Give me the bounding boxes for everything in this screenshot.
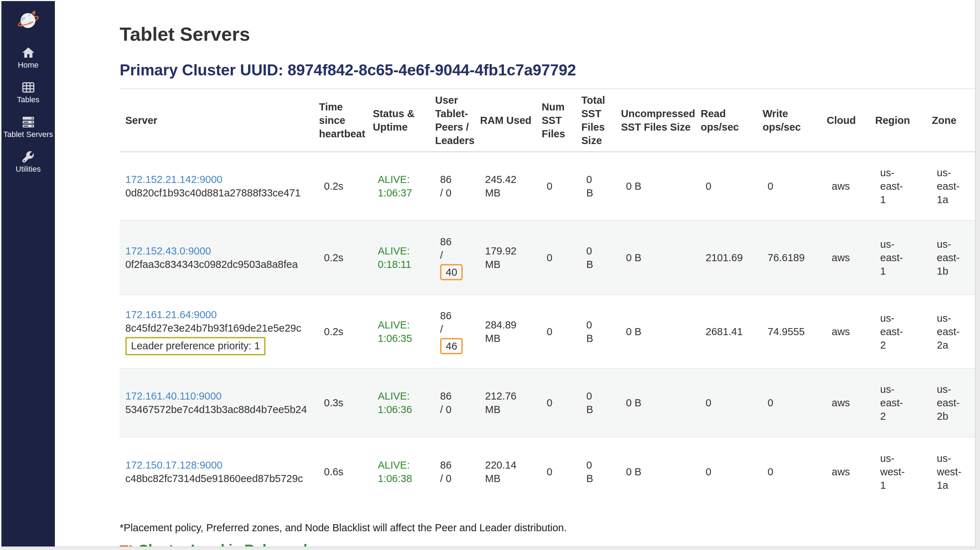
region-cell: us-west-1 [870,437,927,506]
server-uuid: 0f2faa3c834343c0982dc9503a8a8fea [125,258,309,271]
sidebar-nav: HomeTablesTablet ServersUtilities [2,46,55,174]
cloud-cell: aws [822,294,870,369]
yugabyte-logo-icon[interactable] [18,10,39,32]
read-ops-cell: 0 [696,152,758,221]
peer-count: 86 [440,389,470,403]
sidebar-item-home[interactable]: Home [2,46,55,70]
sidebar-item-utilities[interactable]: Utilities [2,150,55,174]
status-alive: ALIVE: [378,389,425,403]
zone-cell: us-east-1b [927,221,975,294]
peers-cell: 86/ 0 [430,437,475,506]
uptime: 0:18:11 [378,258,425,271]
server-link[interactable]: 172.161.40.110:9000 [125,390,222,402]
server-uuid: 53467572be7c4d13b3ac88d4b7ee5b24 [125,403,309,416]
peers-cell: 86/46 [430,294,475,369]
server-cell: 172.152.43.0:90000f2faa3c834343c0982dc95… [120,221,314,294]
num-sst-cell: 0 [537,294,576,369]
utilities-icon [21,150,35,164]
column-header: Region [870,89,927,152]
status-alive: ALIVE: [378,244,425,258]
sidebar-item-tables[interactable]: Tables [2,80,55,104]
status-cell: ALIVE:1:06:35 [368,294,430,369]
zone-cell: us-east-2a [927,294,975,369]
server-link[interactable]: 172.152.43.0:9000 [125,245,211,257]
peer-count: 86 [440,458,470,472]
ram-cell: 179.92MB [475,221,537,294]
leaders-highlight-box: 46 [440,338,463,354]
total-sst-cell: 0B [576,369,616,437]
leader-preference-badge: Leader preference priority: 1 [125,337,266,355]
cloud-cell: aws [822,369,870,437]
main-content: Tablet Servers Primary Cluster UUID: 897… [55,0,975,547]
num-sst-cell: 0 [537,152,576,221]
sidebar-item-label: Tables [2,95,55,104]
server-uuid: c48bc82fc7314d5e91860eed87b5729c [125,472,309,485]
column-header: Num SST Files [537,89,576,152]
zone-cell: us-east-2b [927,369,975,437]
read-ops-cell: 0 [696,369,758,437]
table-row: 172.152.21.142:90000d820cf1b93c40d881a27… [120,152,975,221]
server-cell: 172.152.21.142:90000d820cf1b93c40d881a27… [120,152,314,221]
column-header: Zone [927,89,975,152]
status-cell: ALIVE:0:18:11 [368,221,430,294]
column-header: Uncompressed SST Files Size [616,89,696,152]
zone-cell: us-east-1a [927,152,975,221]
heartbeat-cell: 0.3s [314,369,368,437]
peer-count: 86 [440,309,470,323]
uncompressed-sst-cell: 0 B [616,437,696,506]
cloud-cell: aws [822,437,870,506]
uptime: 1:06:35 [378,332,425,345]
status-cell: ALIVE:1:06:36 [368,369,430,437]
peers-cell: 86/ 0 [430,369,475,437]
leader-count: / 0 [440,186,470,200]
home-icon [21,46,35,60]
column-header: User Tablet-Peers / Leaders [430,89,475,152]
leader-count: / 0 [440,472,470,485]
peer-count: 86 [440,173,470,186]
table-row: 172.150.17.128:9000c48bc82fc7314d5e91860… [120,437,975,506]
column-header: RAM Used [475,89,537,152]
server-link[interactable]: 172.150.17.128:9000 [125,459,222,471]
leaders-highlight-box: 40 [440,264,463,280]
ram-cell: 212.76MB [475,369,537,437]
placement-footnote: *Placement policy, Preferred zones, and … [120,521,975,534]
server-link[interactable]: 172.152.21.142:9000 [125,174,222,185]
heartbeat-cell: 0.2s [314,152,368,221]
uncompressed-sst-cell: 0 B [616,369,696,437]
column-header: Total SST Files Size [576,89,616,152]
cluster-load-banner[interactable]: Cluster Load is Balanced [120,542,975,547]
status-alive: ALIVE: [378,458,425,472]
read-ops-cell: 2101.69 [696,221,758,294]
primary-cluster-uuid-heading: Primary Cluster UUID: 8974f842-8c65-4e6f… [120,61,975,79]
uncompressed-sst-cell: 0 B [616,294,696,369]
tables-icon [21,80,35,94]
sidebar-item-tablet-servers[interactable]: Tablet Servers [2,115,55,139]
total-sst-cell: 0B [576,221,616,294]
table-header: ServerTime since heartbeatStatus & Uptim… [120,89,975,152]
heartbeat-cell: 0.6s [314,437,368,506]
total-sst-cell: 0B [576,294,616,369]
ram-cell: 245.42MB [475,152,537,221]
uptime: 1:06:38 [378,472,425,485]
region-cell: us-east-1 [870,152,927,221]
server-link[interactable]: 172.161.21.64:9000 [125,309,217,320]
uncompressed-sst-cell: 0 B [616,221,696,294]
region-cell: us-east-2 [870,369,927,437]
table-body: 172.152.21.142:90000d820cf1b93c40d881a27… [120,152,975,506]
tablet-servers-icon [21,115,35,129]
load-balancer-icon [120,545,132,547]
num-sst-cell: 0 [537,221,576,294]
uptime: 1:06:36 [378,403,425,416]
column-header: Server [120,89,314,152]
cluster-load-label: Cluster Load is Balanced [138,542,307,547]
column-header: Read ops/sec [696,89,758,152]
column-header: Status & Uptime [368,89,430,152]
ram-cell: 220.14MB [475,437,537,506]
table-row: 172.161.40.110:900053467572be7c4d13b3ac8… [120,369,975,437]
server-uuid: 8c45fd27e3e24b7b93f169de21e5e29c [125,321,309,335]
sidebar-item-label: Home [2,60,55,70]
peers-cell: 86/ 0 [430,152,475,221]
heartbeat-cell: 0.2s [314,221,368,294]
write-ops-cell: 0 [758,152,822,221]
server-cell: 172.161.21.64:90008c45fd27e3e24b7b93f169… [120,294,314,369]
